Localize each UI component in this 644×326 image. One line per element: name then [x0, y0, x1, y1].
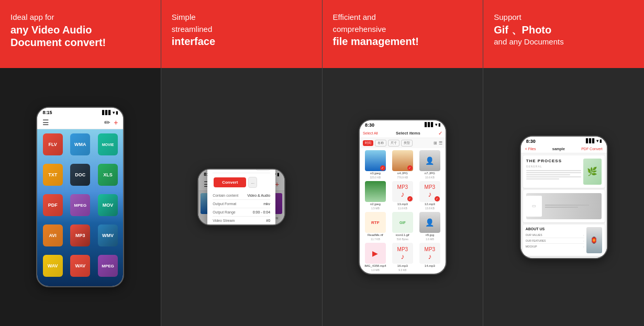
- format-select[interactable]: mkv: [256, 168, 270, 171]
- list-item[interactable]: XLS: [96, 164, 120, 191]
- table-row[interactable]: MP3 ♪ ✓ 13.mp3 11.6 KB: [390, 181, 415, 210]
- table-row[interactable]: RTF ReadMe.rtf 11.7 KB: [363, 212, 388, 241]
- app-icons-grid: FLV WMA MOVIE TXT: [37, 129, 123, 286]
- list-item[interactable]: FLV: [40, 133, 65, 161]
- view-toggle: ⊞ ☰: [434, 141, 442, 145]
- list-item[interactable]: MOVIE: [96, 133, 120, 161]
- convert-row: Convert ...: [213, 175, 270, 189]
- list-item[interactable]: AVI: [40, 224, 65, 252]
- signal-icon-3: ▋▋▋: [425, 122, 434, 127]
- list-item[interactable]: MP3: [68, 224, 93, 252]
- panel-2-headline: Simple streamlined interface: [172, 12, 312, 48]
- table-row[interactable]: GIF icon11.gif 516 Bytes: [390, 212, 415, 241]
- add-icon[interactable]: +: [114, 118, 118, 127]
- list-item[interactable]: WAV: [68, 255, 93, 282]
- back-button[interactable]: < Files: [525, 147, 536, 151]
- output-range-row: Output Range 0:00 - 0:04: [213, 208, 270, 217]
- file-thumbnail: ✓: [392, 150, 413, 171]
- grid-view-icon[interactable]: ⊞: [434, 141, 437, 145]
- panel-3: Efficient and comprehensive file managem…: [323, 0, 483, 326]
- pdf-page-1: THE PROCESS GENERAL 🌿: [523, 155, 605, 188]
- time-3: 8:30: [365, 122, 374, 128]
- mp3-badge-2: MP3: [425, 184, 436, 190]
- wifi-icon-4: ▾: [596, 139, 598, 143]
- menu-icon[interactable]: ☰: [42, 118, 49, 127]
- pdf-text-lines: [526, 170, 581, 179]
- file-thumbnail: ✓: [365, 150, 386, 171]
- doc-icon: DOC: [70, 164, 90, 186]
- panel-4-header: Support Gif 、Photo and any Documents: [483, 0, 644, 68]
- time-1: 8:15: [42, 110, 52, 115]
- file-thumbnail: MP3 ♪: [392, 243, 413, 264]
- filter-name[interactable]: 名称: [375, 140, 386, 147]
- check-badge: ✓: [435, 196, 440, 201]
- list-item[interactable]: WMA: [68, 133, 93, 161]
- table-row[interactable]: MP3 ♪ ✓ 12.mp3 13.8 KB: [417, 181, 442, 210]
- pdf-image: ▭: [526, 193, 602, 219]
- confirm-check-icon[interactable]: ✓: [438, 130, 442, 136]
- list-item[interactable]: WAV: [40, 255, 65, 282]
- list-item[interactable]: MPEG: [68, 194, 93, 221]
- pdf-about-section: ABOUT US OUR VALUES › OUR FEATURES › MOC…: [523, 224, 605, 256]
- panel-2-body: 8:15 ▋▋▋ ▾ ▮ ☰ ✏ +: [161, 68, 322, 326]
- file-thumbnail: MP3 ♪ ✓: [392, 181, 413, 202]
- list-item[interactable]: WMV: [96, 224, 120, 252]
- wav2-icon: WAV: [70, 255, 90, 277]
- check-badge: ✓: [407, 165, 413, 171]
- nav-bar-1: ☰ ✏ +: [37, 116, 123, 129]
- list-item[interactable]: DOC: [68, 164, 93, 191]
- time-4: 8:30: [526, 139, 536, 144]
- list-item[interactable]: PDF: [40, 194, 65, 221]
- table-row[interactable]: 👤 n5.jpg 1.6 MB: [417, 212, 442, 241]
- pdf-content: THE PROCESS GENERAL 🌿: [521, 153, 607, 258]
- select-all-button[interactable]: Select All: [363, 131, 378, 135]
- filter-time[interactable]: 时间: [363, 140, 373, 146]
- pdf-decoration: 🌿: [583, 159, 602, 185]
- pdf-icon: PDF: [43, 194, 63, 216]
- format-row: Convert Format: mkv: [213, 168, 270, 173]
- list-view-icon[interactable]: ☰: [439, 141, 442, 145]
- pdf-convert-button[interactable]: PDF Convert: [581, 147, 602, 151]
- rtf-badge: RTF: [371, 220, 380, 225]
- file-thumbnail: RTF: [365, 212, 386, 233]
- signal-icon-4: ▋▋▋: [586, 139, 595, 143]
- mp3-badge: MP3: [397, 184, 408, 190]
- table-row[interactable]: 👤 n7.JPG 10.6 KB: [417, 150, 442, 179]
- list-item[interactable]: MOV: [96, 194, 120, 221]
- table-row[interactable]: ✓ n4.JPG 776.9 KB: [390, 150, 415, 179]
- table-row[interactable]: ✓ n3.jpeg 325.0 KB: [363, 150, 388, 179]
- filter-type[interactable]: 类型: [401, 140, 413, 147]
- list-item[interactable]: MPEG: [96, 255, 120, 282]
- table-row[interactable]: MP3 ♪ 14.mp3: [417, 243, 442, 272]
- mp3-icon: MP3: [70, 224, 90, 246]
- avi-icon: AVI: [43, 224, 63, 246]
- table-row[interactable]: MP3 ♪ 16.mp3 9.3 KB: [390, 243, 415, 272]
- file-thumbnail: MP3 ♪ ✓: [419, 181, 440, 202]
- file-thumbnail: MP3 ♪: [419, 243, 440, 264]
- filter-size[interactable]: 尺寸: [388, 140, 399, 147]
- status-bar-3: 8:30 ▋▋▋ ▾ ▮: [360, 120, 446, 129]
- panel-3-body: 8:30 ▋▋▋ ▾ ▮ Select All Select items ✓ 时…: [323, 68, 483, 326]
- filter-bar: 时间 名称 尺寸 类型 ⊞ ☰: [360, 138, 446, 148]
- edit-icon[interactable]: ✏: [104, 118, 110, 127]
- file-manager-toolbar: Select All Select items ✓: [360, 129, 446, 138]
- panel-2: Simple streamlined interface 8:15 ▋▋▋ ▾ …: [161, 0, 322, 326]
- list-item[interactable]: TXT: [40, 164, 65, 191]
- panel-1: Ideal app for any Video Audio Document c…: [0, 0, 161, 326]
- files-grid: ✓ n3.jpeg 325.0 KB ✓ n4.JPG 776.9 KB: [360, 148, 446, 274]
- status-icons-3: ▋▋▋ ▾ ▮: [425, 122, 440, 127]
- wifi-icon: ▾: [113, 110, 115, 115]
- phone-mockup-4: 8:30 ▋▋▋ ▾ ▮ < Files sample PDF Convert …: [520, 136, 608, 259]
- file-thumbnail: ▶: [365, 243, 386, 264]
- convert-button[interactable]: Convert: [214, 177, 246, 187]
- mp3-badge-3: MP3: [397, 246, 408, 252]
- more-button[interactable]: ...: [248, 177, 257, 188]
- panel-1-headline: Ideal app for any Video Audio Document c…: [10, 12, 150, 49]
- mpeg2-icon: MPEG: [98, 255, 118, 277]
- battery-icon-4: ▮: [599, 139, 602, 143]
- table-row[interactable]: n2.jpeg 1.5 MB: [363, 181, 388, 210]
- panel-4-body: 8:30 ▋▋▋ ▾ ▮ < Files sample PDF Convert …: [483, 68, 644, 326]
- battery-icon: ▮: [116, 110, 118, 115]
- table-row[interactable]: ▶ IMG_4358.mp4 1.0 MB: [363, 243, 388, 272]
- video-encode-row: Video Encode libx264: [213, 225, 270, 226]
